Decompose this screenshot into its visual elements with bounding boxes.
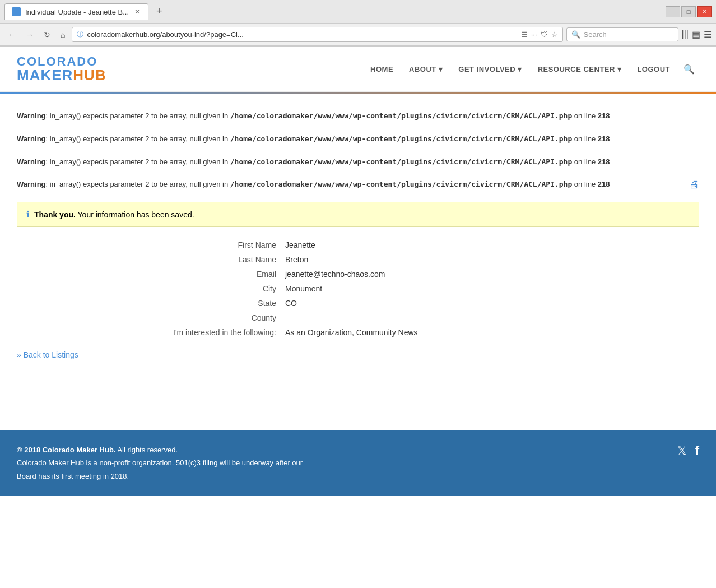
label-city: City bbox=[162, 284, 285, 293]
warning-3-path: /home/coloradomaker/www/www/wp-content/p… bbox=[230, 158, 572, 166]
site-wrapper: COLORADO MAKERHUB HOME ABOUT ▾ GET INVOL… bbox=[0, 47, 716, 496]
footer-left: © 2018 Colorado Maker Hub. All rights re… bbox=[17, 443, 303, 483]
field-first-name: First Name Jeanette bbox=[162, 240, 554, 249]
warning-4-label: Warning bbox=[17, 180, 46, 188]
warning-3-line: 218 bbox=[598, 158, 610, 166]
print-icon-wrap: 🖨 bbox=[689, 179, 699, 191]
new-tab-button[interactable]: + bbox=[152, 3, 167, 20]
logo-hub: HUB bbox=[73, 67, 106, 84]
header-search-icon[interactable]: 🔍 bbox=[679, 59, 699, 79]
warning-4-text: : in_array() expects parameter 2 to be a… bbox=[46, 180, 230, 188]
warning-4-container: Warning: in_array() expects parameter 2 … bbox=[17, 179, 699, 191]
twitter-icon[interactable]: 𝕏 bbox=[677, 444, 686, 457]
footer-copyright-line: © 2018 Colorado Maker Hub. All rights re… bbox=[17, 443, 303, 456]
tab-close-button[interactable]: ✕ bbox=[133, 8, 141, 16]
warning-1-line: 218 bbox=[598, 112, 610, 120]
site-footer: © 2018 Colorado Maker Hub. All rights re… bbox=[0, 430, 716, 496]
site-main: Warning: in_array() expects parameter 2 … bbox=[0, 94, 716, 430]
sidebar-icon[interactable]: ▤ bbox=[692, 29, 700, 40]
browser-tab-active[interactable]: Individual Update - Jeanette B... ✕ bbox=[4, 3, 148, 20]
nav-get-involved[interactable]: GET INVOLVED ▾ bbox=[452, 61, 528, 78]
maximize-button[interactable]: □ bbox=[681, 6, 696, 17]
label-first-name: First Name bbox=[162, 240, 285, 249]
value-state: CO bbox=[285, 299, 297, 308]
footer-copyright-bold: © 2018 Colorado Maker Hub. bbox=[17, 446, 115, 454]
forward-button[interactable]: → bbox=[22, 28, 37, 41]
logo-maker: MAKER bbox=[17, 67, 73, 84]
browser-chrome: Individual Update - Jeanette B... ✕ + ─ … bbox=[0, 0, 716, 47]
site-logo[interactable]: COLORADO MAKERHUB bbox=[17, 55, 106, 82]
nav-logout[interactable]: LOGOUT bbox=[630, 61, 677, 78]
label-county: County bbox=[162, 313, 285, 322]
more-icon[interactable]: ··· bbox=[531, 30, 537, 39]
warning-2-path: /home/coloradomaker/www/www/wp-content/p… bbox=[230, 135, 572, 143]
resource-center-chevron-icon: ▾ bbox=[617, 65, 622, 73]
logo-makerhub: MAKERHUB bbox=[17, 68, 106, 82]
success-bold: Thank you. bbox=[34, 210, 76, 219]
field-city: City Monument bbox=[162, 284, 554, 293]
footer-description-1: Colorado Maker Hub is a non-profit organ… bbox=[17, 456, 303, 469]
value-email: jeanette@techno-chaos.com bbox=[285, 270, 385, 279]
shield-icon[interactable]: 🛡 bbox=[541, 30, 548, 39]
url-bar[interactable]: ⓘ coloradomakerhub.org/aboutyou-ind/?pag… bbox=[72, 27, 562, 42]
nav-resource-center[interactable]: RESOURCE CENTER ▾ bbox=[531, 61, 629, 78]
success-text: Your information has been saved. bbox=[78, 210, 194, 219]
value-city: Monument bbox=[285, 284, 322, 293]
value-first-name: Jeanette bbox=[285, 240, 315, 249]
main-nav: HOME ABOUT ▾ GET INVOLVED ▾ RESOURCE CEN… bbox=[364, 59, 699, 79]
url-text: coloradomakerhub.org/aboutyou-ind/?page=… bbox=[87, 30, 517, 39]
warning-1-path: /home/coloradomaker/www/www/wp-content/p… bbox=[230, 112, 572, 120]
warning-1-label: Warning bbox=[17, 112, 46, 120]
browser-extra-controls: ||| ▤ ☰ bbox=[682, 29, 712, 40]
site-header: COLORADO MAKERHUB HOME ABOUT ▾ GET INVOL… bbox=[0, 47, 716, 92]
info-icon: ℹ bbox=[26, 209, 30, 220]
search-icon: 🔍 bbox=[571, 30, 580, 39]
nav-home[interactable]: HOME bbox=[364, 61, 400, 78]
minimize-button[interactable]: ─ bbox=[666, 6, 680, 17]
search-bar[interactable]: 🔍 Search bbox=[566, 27, 678, 41]
browser-navbar: ← → ↻ ⌂ ⓘ coloradomakerhub.org/aboutyou-… bbox=[0, 24, 716, 47]
search-placeholder: Search bbox=[584, 30, 607, 39]
facebook-icon[interactable]: f bbox=[695, 443, 699, 458]
star-icon[interactable]: ☆ bbox=[551, 30, 558, 39]
about-chevron-icon: ▾ bbox=[439, 65, 443, 73]
profile-table: First Name Jeanette Last Name Breton Ema… bbox=[162, 240, 554, 337]
warning-3-label: Warning bbox=[17, 158, 46, 166]
warning-2-line-text: on line bbox=[572, 135, 598, 143]
close-button[interactable]: ✕ bbox=[697, 6, 712, 17]
warning-4: Warning: in_array() expects parameter 2 … bbox=[17, 179, 699, 191]
footer-social: 𝕏 f bbox=[677, 443, 699, 458]
warning-2-text: : in_array() expects parameter 2 to be a… bbox=[46, 135, 230, 143]
field-last-name: Last Name Breton bbox=[162, 255, 554, 264]
warning-2: Warning: in_array() expects parameter 2 … bbox=[17, 133, 699, 145]
back-button[interactable]: ← bbox=[4, 28, 19, 41]
logo-colorado: COLORADO bbox=[17, 55, 106, 68]
home-button[interactable]: ⌂ bbox=[57, 28, 68, 41]
footer-description-2: Board has its first meeting in 2018. bbox=[17, 470, 303, 483]
footer-copyright-rest: All rights reserved. bbox=[117, 446, 178, 454]
warning-1-text: : in_array() expects parameter 2 to be a… bbox=[46, 112, 230, 120]
warning-2-label: Warning bbox=[17, 135, 46, 143]
warning-4-line: 218 bbox=[598, 180, 610, 188]
back-link: » Back to Listings bbox=[17, 350, 699, 359]
browser-titlebar: Individual Update - Jeanette B... ✕ + ─ … bbox=[0, 0, 716, 24]
value-interests: As an Organization, Community News bbox=[285, 328, 418, 337]
field-county: County bbox=[162, 313, 554, 322]
print-icon[interactable]: 🖨 bbox=[689, 179, 699, 190]
warning-3-text: : in_array() expects parameter 2 to be a… bbox=[46, 158, 230, 166]
menu-icon[interactable]: ☰ bbox=[704, 29, 712, 40]
security-icon: ⓘ bbox=[77, 30, 83, 39]
value-last-name: Breton bbox=[285, 255, 308, 264]
bookmarks-icon[interactable]: ||| bbox=[682, 29, 689, 40]
tab-favicon bbox=[12, 7, 21, 16]
bookmark-list-icon[interactable]: ☰ bbox=[521, 30, 528, 39]
nav-about[interactable]: ABOUT ▾ bbox=[402, 61, 449, 78]
window-controls: ─ □ ✕ bbox=[666, 6, 712, 17]
refresh-button[interactable]: ↻ bbox=[40, 28, 54, 41]
label-interests: I'm interested in the following: bbox=[162, 328, 285, 337]
back-to-listings-link[interactable]: » Back to Listings bbox=[17, 350, 78, 359]
warning-3-line-text: on line bbox=[572, 158, 598, 166]
label-last-name: Last Name bbox=[162, 255, 285, 264]
get-involved-chevron-icon: ▾ bbox=[518, 65, 522, 73]
label-email: Email bbox=[162, 270, 285, 279]
